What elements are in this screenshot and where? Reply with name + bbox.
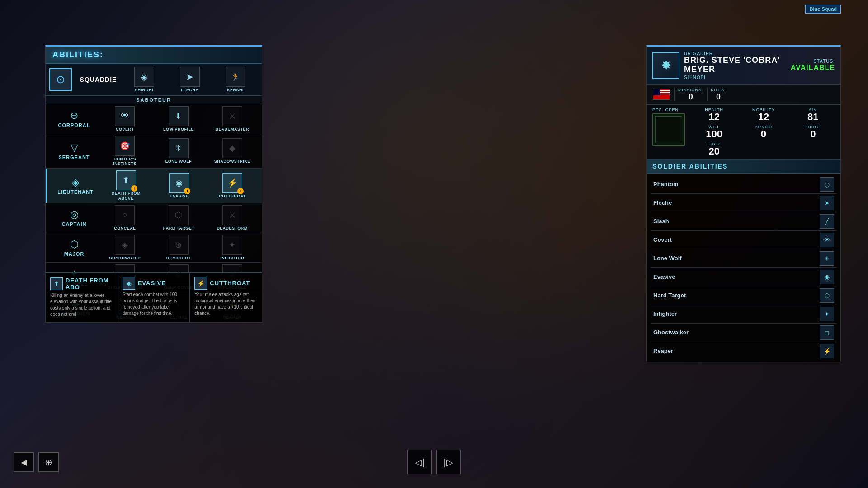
list-item-covert[interactable]: Covert 👁 [651,231,837,249]
hud-tag: Blue Squad [805,5,841,14]
next-soldier-button[interactable]: |▷ [436,450,461,474]
back-button[interactable]: ◀ [14,452,34,472]
ability-bladestorm[interactable]: ⚔ BLADESTORM [212,205,253,231]
status-value: AVAILABLE [791,64,835,72]
soldier-panel: ✸ BRIGADIER BRIG. STEVE 'COBRA' MEYER SH… [646,45,841,362]
rank-section-lieutenant: ◈ LIEUTENANT ⬆ ! DEATH FROM ABOVE ◉ ! E [46,169,262,203]
fleche-list-icon: ➤ [820,196,834,210]
ability-shadowstep[interactable]: ◈ SHADOWSTEP [104,235,145,261]
next-soldier-icon: |▷ [443,457,453,468]
shadowstrike-name: SHADOWSTRIKE [212,159,253,164]
tooltip-cutthroat-name: CUTTHROAT [210,280,250,286]
ability-hard-target[interactable]: ⬡ HARD TARGET [158,205,199,231]
bladestorm-icon-box: ⚔ [222,205,242,225]
stats-grid: PCS: OPEN HEALTH 12 MOBILITY 12 AIM 81 W… [647,105,840,160]
ability-death-from-above[interactable]: ⬆ ! DEATH FROM ABOVE [106,170,146,201]
ability-deadshot[interactable]: ⊕ DEADSHOT [158,235,199,261]
covert-list-label: Covert [653,236,672,243]
ability-hunters-instincts[interactable]: 🎯 HUNTER'S INSTINCTS [104,136,145,167]
soldier-info: BRIGADIER BRIG. STEVE 'COBRA' MEYER SHIN… [684,51,786,80]
kills-block: KILLS: 0 [711,88,726,102]
stat-armor: ARMOR 0 [741,125,785,139]
rank-row-lieutenant: ◈ LIEUTENANT ⬆ ! DEATH FROM ABOVE ◉ ! E [46,169,262,203]
us-flag [653,89,670,100]
globe-icon: ⊕ [45,457,52,468]
lieutenant-label: LIEUTENANT [51,189,100,195]
globe-button[interactable]: ⊕ [38,452,59,472]
ability-covert[interactable]: 👁 COVERT [104,106,145,132]
list-item-reaper[interactable]: Reaper ⚡ [651,342,837,360]
list-item-infighter[interactable]: Infighter ✦ [651,305,837,324]
prev-soldier-button[interactable]: ◁| [407,450,432,474]
list-item-lone-wolf[interactable]: Lone Wolf ✳ [651,249,837,268]
class-row: ⊙ SQUADDIE ◈ SHINOBI ➤ FLECHE 🏃 KENSHI [46,64,262,96]
hunters-name: HUNTER'S INSTINCTS [104,157,145,167]
ability-list: Phantom ◌ Fleche ➤ Slash ╱ Covert 👁 Lone… [647,174,840,362]
tooltip-death: ⬆ DEATH FROM ABO Killing an enemy at a l… [46,273,118,322]
squaddie-symbol: ⊙ [56,73,65,86]
shadowstep-icon-box: ◈ [115,235,135,255]
list-item-fleche[interactable]: Fleche ➤ [651,194,837,212]
lieutenant-abilities: ⬆ ! DEATH FROM ABOVE ◉ ! EVASIVE ⚡ ! [100,170,258,201]
blademaster-name: BLADEMASTER [212,127,253,132]
list-item-phantom[interactable]: Phantom ◌ [651,175,837,194]
ability-infighter[interactable]: ✦ INFIGHTER [212,235,253,261]
prev-soldier-icon: ◁| [415,457,424,468]
death-badge: ! [131,185,137,192]
rank-section-sergeant: ▽ SERGEANT 🎯 HUNTER'S INSTINCTS ✳ LONE W… [46,134,262,169]
list-item-slash[interactable]: Slash ╱ [651,212,837,231]
missions-label: MISSIONS: [678,88,703,92]
ability-evasive[interactable]: ◉ ! EVASIVE [159,173,199,199]
sergeant-abilities: 🎯 HUNTER'S INSTINCTS ✳ LONE WOLF ◆ SHADO… [99,136,258,167]
missions-value: 0 [678,92,703,102]
fleche-icon-box[interactable]: ➤ [180,67,200,87]
conceal-icon-box: ○ [115,205,135,225]
stat-health: HEALTH 12 [692,108,736,122]
hard-target-name: HARD TARGET [158,226,199,231]
infighter-list-icon: ✦ [820,307,834,321]
shadowstrike-icon-box: ◆ [222,138,242,158]
ability-lone-wolf[interactable]: ✳ LONE WOLF [158,138,199,164]
blademaster-icon-box: ⚔ [222,106,242,126]
bladestorm-name: BLADESTORM [212,226,253,231]
major-rank-col: ⬡ MAJOR [49,239,99,257]
soldier-abilities-title: SOLDIER ABILITIES [652,163,728,170]
list-item-ghostwalker[interactable]: Ghostwalker ◻ [651,324,837,342]
tooltip-cutthroat-icon: ⚡ [194,277,207,290]
list-item-evasive[interactable]: Evasive ◉ [651,268,837,286]
major-icon: ⬡ [49,239,99,250]
hack-value: 20 [708,145,719,157]
squaddie-label: SQUADDIE [75,76,121,83]
list-item-hard-target[interactable]: Hard Target ⬡ [651,286,837,305]
reaper-list-label: Reaper [653,347,673,354]
corporal-rank-col: ⊖ CORPORAL [49,110,99,128]
stat-dodge: DODGE 0 [791,125,835,139]
flag-canton [653,89,660,95]
divider-1 [674,88,675,101]
missions-block: MISSIONS: 0 [678,88,703,102]
phantom-label: Phantom [653,181,679,188]
rank-section-corporal: ⊖ CORPORAL 👁 COVERT ⬇ LOW PROFILE ⚔ BLAD… [46,104,262,134]
rank-row-sergeant: ▽ SERGEANT 🎯 HUNTER'S INSTINCTS ✳ LONE W… [46,134,262,169]
death-icon-box: ⬆ ! [116,170,136,190]
squaddie-icon-box: ⊙ [49,68,72,91]
kenshi-icon-box[interactable]: 🏃 [226,67,245,87]
soldier-portrait: ✸ [652,52,679,79]
captain-rank-col: ◎ CAPTAIN [49,209,99,227]
corporal-label: CORPORAL [49,122,99,128]
ability-conceal[interactable]: ○ CONCEAL [104,205,145,231]
fleche-label: FLECHE [181,88,198,93]
bottom-nav: ◁| |▷ [407,450,461,474]
abilities-title: ABILITIES: [52,50,104,59]
ability-cutthroat[interactable]: ⚡ ! CUTTHROAT [212,173,253,199]
ability-blademaster[interactable]: ⚔ BLADEMASTER [212,106,253,132]
ability-shadowstrike[interactable]: ◆ SHADOWSTRIKE [212,138,253,164]
tooltip-cutthroat-desc: Your melee attacks against biological en… [194,291,257,317]
ability-low-profile[interactable]: ⬇ LOW PROFILE [158,106,199,132]
shinobi-icon-box[interactable]: ◈ [134,67,154,87]
infighter-icon-box: ✦ [222,235,242,255]
low-profile-name: LOW PROFILE [158,127,199,132]
tooltip-evasive-title-row: ◉ EVASIVE [123,277,185,290]
major-abilities: ◈ SHADOWSTEP ⊕ DEADSHOT ✦ INFIGHTER [99,235,258,261]
tooltip-death-title-row: ⬆ DEATH FROM ABO [50,277,113,291]
